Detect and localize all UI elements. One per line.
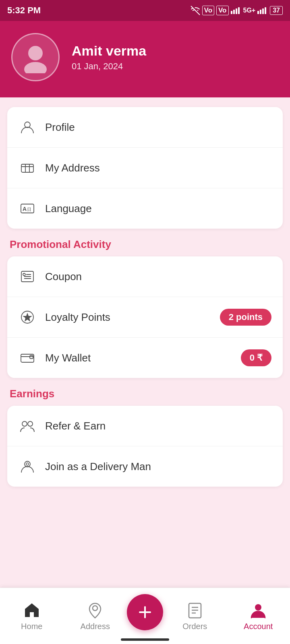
svg-rect-7 [262, 8, 264, 14]
coupon-menu-item[interactable]: Coupon [7, 256, 283, 297]
wallet-label: My Wallet [45, 352, 241, 364]
svg-point-31 [26, 463, 29, 465]
svg-rect-5 [257, 11, 259, 14]
nav-orders-label: Orders [182, 622, 207, 631]
profile-info: Amit verma 01 Jan, 2024 [72, 43, 146, 72]
address-label: My Address [45, 162, 271, 174]
coupon-icon [19, 268, 36, 285]
svg-text:日: 日 [27, 207, 31, 212]
coupon-label: Coupon [45, 270, 271, 283]
svg-point-39 [255, 604, 261, 611]
bottom-nav: Home Address Orders Account [0, 588, 290, 644]
address-icon [19, 159, 36, 177]
svg-point-29 [28, 421, 33, 426]
svg-rect-6 [260, 10, 261, 14]
status-icons: Vo Vo 5G+ 37 [191, 6, 283, 15]
svg-point-28 [22, 421, 27, 426]
wallet-menu-item[interactable]: My Wallet 0 ₹ [7, 338, 283, 378]
refer-earn-label: Refer & Earn [45, 420, 271, 432]
profile-label: Profile [45, 121, 271, 134]
svg-rect-3 [236, 8, 237, 14]
nav-orders[interactable]: Orders [163, 601, 227, 631]
svg-point-20 [23, 273, 25, 276]
language-menu-item[interactable]: A 日 Language [7, 188, 283, 229]
nav-account[interactable]: Account [227, 601, 290, 631]
wallet-icon [19, 349, 36, 367]
wallet-badge: 0 ₹ [241, 349, 271, 366]
refer-earn-menu-item[interactable]: Refer & Earn [7, 406, 283, 446]
account-settings-card: Profile My Address A 日 Lang [7, 107, 283, 229]
svg-rect-12 [21, 164, 33, 172]
delivery-man-label: Join as a Delivery Man [45, 460, 271, 473]
nav-home-label: Home [21, 622, 42, 631]
nav-address-label: Address [81, 622, 110, 631]
bottom-indicator [121, 638, 169, 641]
language-label: Language [45, 202, 271, 215]
svg-point-10 [24, 62, 47, 73]
nav-home[interactable]: Home [0, 601, 64, 631]
person-icon [19, 118, 36, 136]
language-icon: A 日 [19, 200, 36, 217]
profile-header: Amit verma 01 Jan, 2024 [0, 21, 290, 97]
profile-menu-item[interactable]: Profile [7, 107, 283, 148]
svg-point-11 [25, 122, 30, 128]
avatar[interactable] [11, 33, 60, 81]
content-area: Profile My Address A 日 Lang [0, 97, 290, 561]
loyalty-points-label: Loyalty Points [45, 311, 220, 324]
loyalty-points-badge: 2 points [220, 309, 271, 326]
loyalty-star-icon [19, 308, 36, 326]
svg-rect-2 [233, 10, 235, 14]
nav-plus-button[interactable] [127, 594, 163, 630]
svg-rect-1 [231, 11, 232, 14]
svg-rect-27 [30, 355, 33, 359]
promotional-card: Coupon Loyalty Points 2 points My Wallet [7, 256, 283, 378]
earnings-card: Refer & Earn Join as a Delivery Man [7, 406, 283, 487]
svg-rect-4 [238, 7, 240, 14]
nav-account-label: Account [244, 622, 273, 631]
delivery-man-icon [19, 458, 36, 475]
refer-icon [19, 417, 36, 435]
svg-marker-25 [23, 313, 32, 322]
svg-point-32 [93, 606, 97, 611]
promotional-section-title: Promotional Activity [10, 238, 280, 251]
address-menu-item[interactable]: My Address [7, 148, 283, 188]
nav-address[interactable]: Address [64, 601, 127, 631]
delivery-man-menu-item[interactable]: Join as a Delivery Man [7, 446, 283, 487]
svg-point-9 [28, 46, 43, 60]
svg-point-30 [25, 461, 30, 467]
status-time: 5:32 PM [7, 5, 41, 16]
profile-name: Amit verma [72, 43, 146, 59]
svg-text:A: A [23, 206, 27, 212]
status-bar: 5:32 PM Vo Vo 5G+ 37 [0, 0, 290, 21]
earnings-section-title: Earnings [10, 388, 280, 400]
loyalty-points-menu-item[interactable]: Loyalty Points 2 points [7, 297, 283, 338]
svg-rect-8 [265, 7, 266, 14]
profile-date: 01 Jan, 2024 [72, 61, 146, 72]
